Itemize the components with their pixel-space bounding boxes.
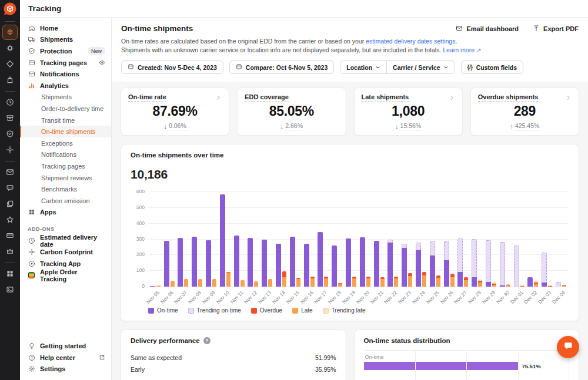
export-pdf-button[interactable]: Export PDF [533, 25, 579, 33]
sidebar-item-home[interactable]: Home [20, 22, 111, 34]
sidebar-item-settings[interactable]: Settings [20, 363, 111, 375]
rail-warranty-icon[interactable] [2, 110, 18, 126]
bar-group-nov-16[interactable] [302, 244, 316, 287]
bar-group-nov-21[interactable] [372, 241, 386, 287]
carrier-service-filter[interactable]: Carrier / Service [386, 61, 455, 73]
rail-premium-icon[interactable] [2, 244, 18, 259]
bar-group-nov-27[interactable] [456, 238, 470, 287]
bar-group-nov-28[interactable] [470, 239, 484, 287]
sidebar-subitem-shipment-reviews[interactable]: Shipment reviews [20, 172, 111, 184]
sidebar-subitem-on-time-shipments[interactable]: On-time shipments [20, 126, 111, 137]
bar-group-nov-19[interactable] [344, 238, 358, 287]
bar-group-nov-17[interactable] [316, 232, 330, 287]
bar-group-nov-24[interactable] [414, 243, 428, 287]
rail-returns-icon[interactable] [2, 41, 18, 56]
bar-group-nov-29[interactable] [484, 240, 498, 287]
help-icon[interactable]: ? [203, 337, 211, 344]
bar-group-dec-04[interactable] [554, 282, 568, 287]
sidebar-item-estimated-delivery-date[interactable]: Estimated delivery date [20, 235, 111, 247]
kpi-card-overdue-shipments[interactable]: Overdue shipments289↑425.45% [470, 88, 579, 136]
bar-group-nov-12[interactable] [246, 238, 260, 287]
bar-group-nov-07[interactable] [176, 238, 191, 287]
sidebar-item-apple-order-tracking[interactable]: Apple Order Tracking [20, 270, 111, 281]
created-date-filter[interactable]: Created: Nov 5-Dec 4, 2023 [121, 60, 223, 74]
rail-carbon-icon[interactable] [2, 142, 18, 157]
bar-group-nov-30[interactable] [498, 242, 512, 287]
rail-tracking-icon[interactable] [2, 25, 18, 40]
bar-group-nov-23[interactable] [400, 244, 414, 287]
edd-settings-link[interactable]: estimated delivery dates settings [366, 38, 455, 45]
bar-group-nov-14[interactable] [274, 244, 288, 287]
sidebar-item-carbon-footprint[interactable]: Carbon Footprint [20, 247, 111, 258]
bar-group-nov-20[interactable] [358, 237, 372, 287]
bar-group-nov-26[interactable] [442, 241, 456, 287]
sidebar-item-help-center[interactable]: Help center [20, 352, 111, 364]
compare-date-filter[interactable]: Compare: Oct 6-Nov 5, 2023 [229, 60, 334, 74]
bar-group-nov-13[interactable] [260, 240, 274, 287]
kpi-card-edd-coverage[interactable]: EDD coverage85.05%↓2.66% [237, 88, 346, 136]
rail-protection-icon[interactable] [2, 56, 18, 72]
sidebar-item-label: Getting started [40, 342, 86, 349]
sidebar-subitem-carbon-emission[interactable]: Carbon emission [20, 195, 111, 207]
rail-feed-icon[interactable] [2, 228, 18, 243]
on-time-bar[interactable] [364, 362, 519, 370]
rail-mail-icon[interactable] [2, 164, 18, 180]
kpi-card-late-shipments[interactable]: Late shipments1,080↓15.56% [354, 88, 463, 136]
sidebar-subitem-shipments[interactable]: Shipments [20, 92, 111, 103]
rail-clock-icon[interactable] [2, 95, 18, 110]
rail-reviews-icon[interactable] [2, 212, 18, 227]
legend-item-overdue[interactable]: Overdue [251, 307, 282, 314]
bar-group-nov-11[interactable] [232, 236, 246, 287]
email-dashboard-button[interactable]: Email dashboard [456, 25, 519, 33]
bar-group-dec-02[interactable] [526, 277, 540, 287]
bar-group-nov-06[interactable] [162, 241, 176, 287]
bar-group-nov-15[interactable] [288, 237, 302, 287]
delivery-row-same-as-expected: Same as expected51.99% [131, 352, 336, 364]
kpi-card-on-time-rate[interactable]: On-time rate87.69%↓0.06% [121, 88, 229, 136]
sidebar-item-shipments[interactable]: Shipments [20, 34, 111, 46]
rail-platform-icon[interactable] [2, 282, 18, 297]
sidebar-subitem-transit-time[interactable]: Transit time [20, 115, 111, 126]
sidebar-item-apps[interactable]: Apps [20, 207, 111, 218]
location-filter[interactable]: Location [340, 61, 386, 73]
rail-pages-icon[interactable] [2, 196, 18, 211]
sidebar-subitem-notifications[interactable]: Notifications [20, 149, 111, 161]
rail-apps-icon[interactable] [2, 266, 18, 281]
learn-more-link[interactable]: Learn more [443, 46, 475, 53]
rail-chat-icon[interactable] [2, 180, 18, 196]
bar-segment-on-time [276, 244, 281, 287]
legend-item-trending-late[interactable]: Trending late [323, 307, 366, 314]
bar-group-dec-03[interactable] [540, 253, 554, 287]
chevron-right-icon[interactable] [565, 95, 572, 101]
bar-group-nov-08[interactable] [190, 237, 204, 287]
external-icon[interactable] [99, 354, 105, 361]
sidebar-subitem-order-to-delivery-time[interactable]: Order-to-delivery time [20, 103, 111, 115]
aftership-logo[interactable] [3, 2, 17, 16]
sidebar-item-tracking-pages[interactable]: Tracking pages [20, 57, 111, 69]
sidebar-item-notifications[interactable]: Notifications [20, 68, 111, 80]
sidebar-subitem-tracking-pages[interactable]: Tracking pages [20, 160, 111, 172]
bar-group-nov-18[interactable] [330, 246, 344, 287]
x-axis-tick: Nov 15 [288, 287, 302, 306]
sidebar-item-getting-started[interactable]: Getting started [20, 340, 111, 352]
chat-launcher[interactable] [557, 336, 579, 358]
legend-item-late[interactable]: Late [292, 307, 312, 314]
sidebar-item-protection[interactable]: ProtectionNew [20, 45, 111, 57]
rail-commerce-icon[interactable] [2, 72, 18, 88]
sidebar-subitem-exceptions[interactable]: Exceptions [20, 137, 111, 149]
bar-group-dec-01[interactable] [512, 246, 526, 287]
chevron-right-icon[interactable] [449, 95, 455, 101]
rail-shield-icon[interactable] [2, 126, 18, 142]
bar-group-nov-25[interactable] [428, 241, 442, 287]
sidebar-item-analytics[interactable]: Analytics [20, 80, 111, 92]
bar-group-nov-05[interactable] [148, 285, 162, 287]
legend-item-on-time[interactable]: On-time [148, 307, 178, 314]
bar-group-nov-22[interactable] [386, 240, 400, 287]
bar-group-nov-10[interactable] [218, 194, 232, 287]
custom-fields-filter[interactable]: {/} Custom fields [461, 60, 524, 74]
sidebar-subitem-benchmarks[interactable]: Benchmarks [20, 183, 111, 195]
eye-icon[interactable] [99, 59, 105, 66]
chevron-right-icon[interactable] [215, 95, 222, 101]
bar-group-nov-09[interactable] [204, 240, 218, 287]
legend-item-trending-on-time[interactable]: Trending on-time [188, 307, 241, 314]
